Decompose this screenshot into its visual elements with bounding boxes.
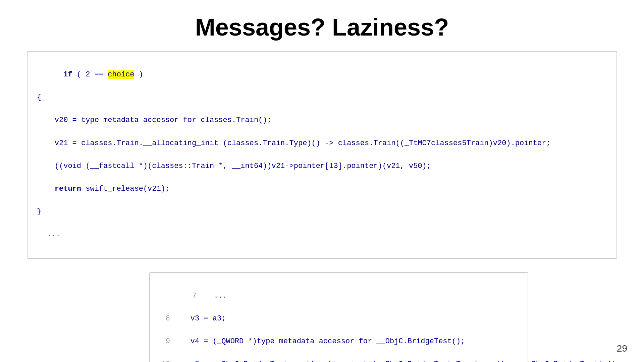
- slide-title: Messages? Laziness?: [0, 0, 644, 51]
- keyword-if: if: [63, 70, 72, 79]
- highlight-choice: choice: [108, 70, 134, 79]
- code-block-bottom: 7 ... 8 v3 = a3; 9 v4 = (_QWORD *)type m…: [149, 272, 528, 362]
- code-block-top: if ( 2 == choice ) { v20 = type metadata…: [27, 51, 617, 259]
- slide-number: 29: [617, 343, 627, 354]
